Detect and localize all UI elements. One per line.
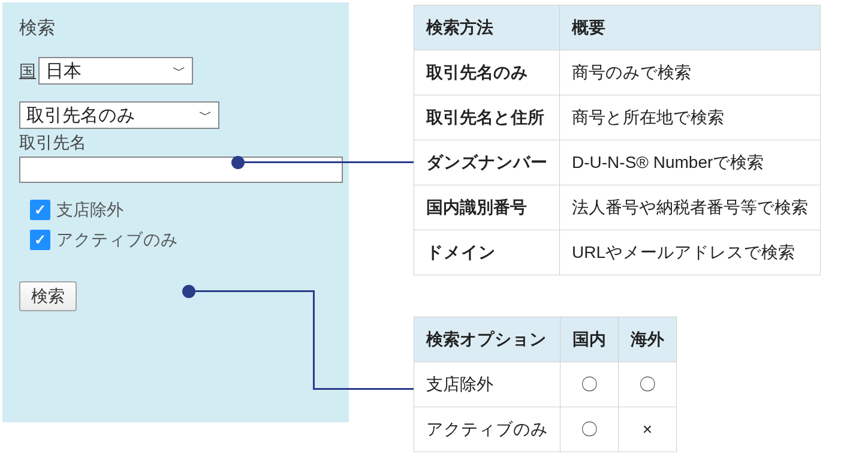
name-label: 取引先名 (19, 131, 332, 154)
panel-title: 検索 (19, 16, 332, 40)
checkmark-icon: ✓ (34, 232, 46, 248)
partner-name-input[interactable] (19, 157, 343, 183)
cell-desc: 商号と所在地で検索 (560, 95, 821, 140)
cell-desc: URLやメールアドレスで検索 (560, 230, 821, 275)
cell-domestic: 〇 (560, 362, 619, 407)
header-overseas: 海外 (619, 317, 677, 362)
cell-option: アクティブのみ (414, 407, 560, 452)
table-row: アクティブのみ 〇 × (414, 407, 677, 452)
search-method-select[interactable]: 取引先名のみ ﹀ (19, 101, 219, 129)
chevron-down-icon: ﹀ (199, 106, 212, 124)
cell-method: ダンズナンバー (414, 140, 560, 185)
active-only-row: ✓ アクティブのみ (30, 229, 332, 251)
search-panel: 検索 国 日本 ﹀ 取引先名のみ ﹀ 取引先名 ✓ 支店除外 ✓ アクティブのみ… (2, 2, 349, 422)
cell-method: ドメイン (414, 230, 560, 275)
cell-desc: 商号のみで検索 (560, 50, 821, 95)
table-row: 支店除外 〇 〇 (414, 362, 677, 407)
header-method: 検索方法 (414, 5, 560, 50)
table-row: ドメイン URLやメールアドレスで検索 (414, 230, 821, 275)
cell-method: 国内識別番号 (414, 185, 560, 230)
connector-line (313, 290, 315, 390)
exclude-branch-label: 支店除外 (56, 199, 123, 221)
cell-desc: 法人番号や納税者番号等で検索 (560, 185, 821, 230)
search-option-table: 検索オプション 国内 海外 支店除外 〇 〇 アクティブのみ 〇 × (414, 317, 677, 452)
search-method-value: 取引先名のみ (26, 103, 135, 128)
cell-overseas: × (619, 407, 677, 452)
country-select[interactable]: 日本 ﹀ (38, 57, 193, 85)
header-desc: 概要 (560, 5, 821, 50)
country-value: 日本 (46, 59, 82, 83)
cell-overseas: 〇 (619, 362, 677, 407)
table-row: 取引先名と住所 商号と所在地で検索 (414, 95, 821, 140)
cell-option: 支店除外 (414, 362, 560, 407)
exclude-branch-checkbox[interactable]: ✓ (30, 200, 50, 220)
country-label: 国 (19, 60, 36, 83)
table-header-row: 検索オプション 国内 海外 (414, 317, 677, 362)
connector-line (313, 388, 414, 390)
table-header-row: 検索方法 概要 (414, 5, 821, 50)
chevron-down-icon: ﹀ (173, 62, 186, 80)
table-row: 取引先名のみ 商号のみで検索 (414, 50, 821, 95)
active-only-checkbox[interactable]: ✓ (30, 230, 50, 250)
table-row: ダンズナンバー D-U-N-S® Numberで検索 (414, 140, 821, 185)
cell-domestic: 〇 (560, 407, 619, 452)
header-option: 検索オプション (414, 317, 560, 362)
cell-method: 取引先名のみ (414, 50, 560, 95)
search-button[interactable]: 検索 (19, 281, 77, 311)
cell-desc: D-U-N-S® Numberで検索 (560, 140, 821, 185)
active-only-label: アクティブのみ (56, 229, 178, 251)
checkmark-icon: ✓ (34, 202, 46, 218)
connector-line (238, 161, 414, 163)
header-domestic: 国内 (560, 317, 619, 362)
search-method-table: 検索方法 概要 取引先名のみ 商号のみで検索 取引先名と住所 商号と所在地で検索… (414, 5, 821, 275)
cell-method: 取引先名と住所 (414, 95, 560, 140)
exclude-branch-row: ✓ 支店除外 (30, 199, 332, 221)
connector-line (189, 290, 315, 292)
table-row: 国内識別番号 法人番号や納税者番号等で検索 (414, 185, 821, 230)
